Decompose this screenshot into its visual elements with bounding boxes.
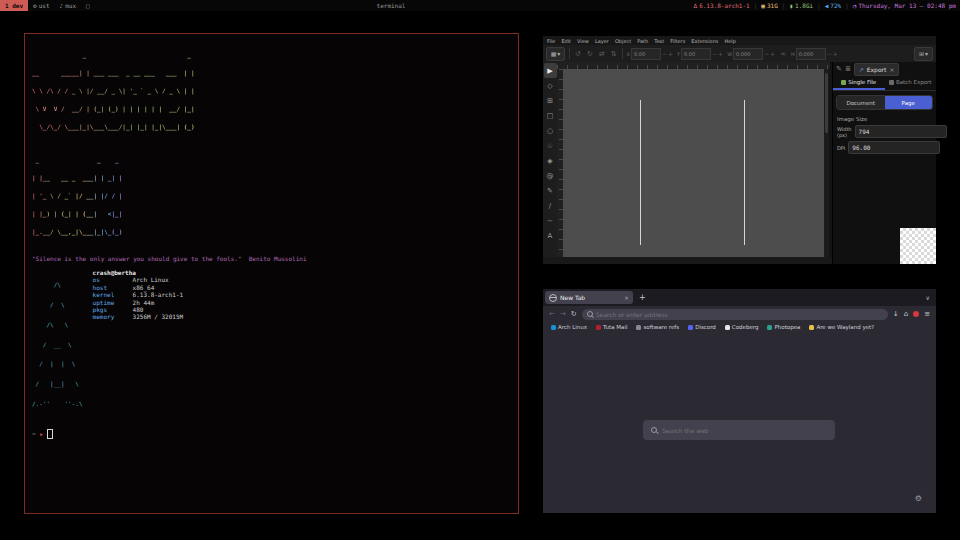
w-minus-button[interactable]: − [764, 50, 769, 57]
x-minus-button[interactable]: − [662, 50, 667, 57]
rotate-ccw-icon[interactable]: ↺ [574, 50, 582, 58]
menu-edit[interactable]: Edit [561, 38, 571, 44]
tab-single-file[interactable]: Single File [833, 76, 885, 90]
menu-layer[interactable]: Layer [595, 38, 609, 44]
h-input[interactable]: 0.000 [796, 48, 826, 60]
menu-filters[interactable]: Filters [670, 38, 685, 44]
layers-icon[interactable]: ≣ [845, 65, 851, 73]
tool-pen[interactable]: / [544, 198, 557, 213]
tab-batch-export[interactable]: Batch Export [885, 76, 937, 88]
h-plus-button[interactable]: + [833, 50, 838, 57]
layout-indicator[interactable]: □ [81, 0, 95, 11]
flip-horizontal-icon[interactable]: ⇄ [598, 50, 606, 58]
tool-rectangle[interactable]: □ [544, 108, 557, 123]
w-plus-button[interactable]: + [770, 50, 775, 57]
home-icon[interactable]: ⌂ [904, 310, 908, 318]
tool-calligraphy[interactable]: ~ [544, 213, 557, 228]
browser-window[interactable]: New Tab × + ∨ ← → ↻ ↓ ⌂ ≡ Arch Linux Tut… [543, 289, 936, 513]
workspace-tag-ust[interactable]: ⚙ ust [28, 0, 54, 11]
bookmark-photopea[interactable]: Photopea [767, 324, 800, 330]
lock-ratio-icon[interactable]: ∞ [779, 50, 787, 58]
export-preview-thumbnail [900, 228, 936, 264]
flip-vertical-icon[interactable]: ⇅ [610, 50, 618, 58]
export-dialog-tab[interactable]: ↗ Export × [854, 63, 900, 76]
tool-pencil[interactable]: ✎ [544, 183, 557, 198]
tool-spiral[interactable]: @ [544, 168, 557, 183]
shell-prompt[interactable]: ~ ▶ [32, 429, 514, 439]
x-input[interactable]: 0.00 [631, 48, 661, 60]
menu-icon[interactable]: ≡ [924, 310, 930, 318]
tool-selector[interactable]: ▶ [544, 63, 557, 78]
tool-3d-box[interactable]: ◈ [544, 153, 557, 168]
rotate-cw-icon[interactable]: ↻ [586, 50, 594, 58]
personalize-gear-icon[interactable]: ⚙ [915, 494, 922, 503]
bookmark-codeberg[interactable]: Codeberg [725, 324, 759, 330]
x-plus-button[interactable]: + [668, 50, 673, 57]
bookmark-discord[interactable]: Discord [688, 324, 716, 330]
bookmark-tuta-mail[interactable]: Tuta Mail [596, 324, 627, 330]
close-icon[interactable]: × [889, 66, 894, 73]
menu-file[interactable]: File [547, 38, 555, 44]
menu-extensions[interactable]: Extensions [691, 38, 718, 44]
workspace-tag-mux[interactable]: ♪ mux [55, 0, 81, 11]
edit-icon[interactable]: ✎ [836, 65, 842, 73]
page-guide-right[interactable] [744, 100, 745, 245]
tab-new-tab[interactable]: New Tab × [545, 291, 633, 304]
menu-view[interactable]: View [577, 38, 589, 44]
scrollbar-thumb[interactable] [825, 73, 828, 133]
canvas-scrollbar[interactable] [824, 69, 829, 257]
bookmark-folder-software-refs[interactable]: software refs [636, 324, 679, 330]
bookmark-are-we-wayland-yet[interactable]: Are we Wayland yet? [809, 324, 874, 330]
tool-node[interactable]: ◇ [544, 78, 557, 93]
url-bar[interactable] [582, 309, 888, 320]
fetch-label: pkgs [93, 306, 133, 313]
page-button[interactable]: Page [885, 96, 933, 109]
close-tab-icon[interactable]: × [624, 294, 629, 301]
adblock-extension-icon[interactable] [913, 311, 919, 317]
page-guide-left[interactable] [640, 100, 641, 245]
document-button[interactable]: Document [837, 96, 885, 109]
export-width-input[interactable] [855, 125, 947, 138]
snap-controls-button[interactable]: ⊞ ▾ [914, 47, 933, 61]
logo-line: / __ \ [32, 342, 83, 349]
prompt-symbol: ▶ [40, 431, 43, 437]
terminal-window[interactable]: _ _ __ _____| | ___ ___ _ __ ___ ___ | |… [24, 33, 519, 514]
reload-icon[interactable]: ↻ [571, 310, 577, 318]
tool-text[interactable]: A [544, 228, 557, 243]
fetch-value: 3256M / 32015M [133, 313, 184, 320]
datetime-text: Thursday, Mar 13 — 02:48 pm [858, 2, 956, 9]
back-icon[interactable]: ← [549, 310, 555, 318]
list-all-tabs-icon[interactable]: ∨ [926, 294, 930, 301]
clock-segment: ◔ Thursday, Mar 13 — 02:48 pm [853, 2, 956, 9]
new-tab-button[interactable]: + [639, 293, 646, 302]
w-input[interactable]: 0.000 [733, 48, 763, 60]
h-minus-button[interactable]: − [827, 50, 832, 57]
disk-segment: ▦ 31G [761, 2, 777, 9]
menu-help[interactable]: Help [724, 38, 735, 44]
web-search-input[interactable] [662, 427, 827, 434]
url-input[interactable] [596, 311, 883, 318]
y-minus-button[interactable]: − [712, 50, 717, 57]
volume-icon: ◀ [825, 2, 829, 9]
downloads-icon[interactable]: ↓ [893, 310, 899, 318]
menu-object[interactable]: Object [615, 38, 631, 44]
forward-icon[interactable]: → [560, 310, 566, 318]
inkscape-window[interactable]: File Edit View Layer Object Path Text Fi… [543, 36, 936, 264]
selector-icon: ▶ [547, 67, 552, 75]
tool-ellipse[interactable]: ○ [544, 123, 557, 138]
inkscape-canvas[interactable] [563, 69, 824, 257]
ellipse-icon: ○ [547, 127, 553, 135]
y-plus-button[interactable]: + [718, 50, 723, 57]
menu-text[interactable]: Text [654, 38, 664, 44]
export-dpi-input[interactable] [848, 141, 940, 154]
tool-star[interactable]: ☆ [544, 138, 557, 153]
selection-mode-dropdown[interactable]: ▦ ▾ [546, 47, 565, 61]
bookmark-arch-linux[interactable]: Arch Linux [551, 324, 587, 330]
horizontal-ruler[interactable] [557, 62, 830, 69]
tool-shape-builder[interactable]: ⊞ [544, 93, 557, 108]
y-input[interactable]: 0.00 [681, 48, 711, 60]
web-search-box[interactable] [643, 420, 835, 440]
width-field: W 0.000 − + [727, 48, 775, 60]
menu-path[interactable]: Path [637, 38, 648, 44]
workspace-tag-dev[interactable]: 1 dev [0, 0, 28, 11]
